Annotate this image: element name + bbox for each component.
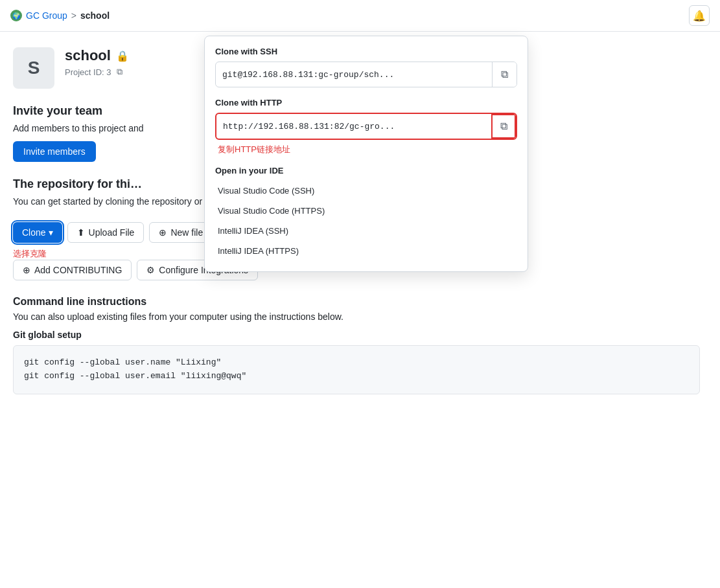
clone-http-section: Clone with HTTP ⧉ 复制HTTP链接地址 bbox=[215, 98, 517, 155]
http-url-row: ⧉ bbox=[215, 113, 517, 140]
open-ide-section: Open in your IDE Visual Studio Code (SSH… bbox=[215, 166, 517, 261]
clone-ssh-section: Clone with SSH ⧉ bbox=[215, 47, 517, 87]
code-line-1: git config --global user.name "Liixing" bbox=[24, 356, 689, 370]
copy-http-annotation: 复制HTTP链接地址 bbox=[218, 144, 517, 155]
breadcrumb-group[interactable]: GC Group bbox=[26, 10, 67, 21]
new-file-button[interactable]: ⊕ New file bbox=[149, 222, 213, 243]
ide-option-intellij-https[interactable]: IntelliJ IDEA (HTTPS) bbox=[215, 241, 517, 261]
ssh-url-row: ⧉ bbox=[215, 62, 517, 87]
breadcrumb-project: school bbox=[80, 10, 110, 21]
configure-icon: ⚙ bbox=[146, 265, 155, 275]
ssh-title: Clone with SSH bbox=[215, 47, 517, 56]
ssh-copy-button[interactable]: ⧉ bbox=[492, 62, 517, 87]
ide-option-vscode-https[interactable]: Visual Studio Code (HTTPS) bbox=[215, 201, 517, 221]
add-contributing-button[interactable]: ⊕ Add CONTRIBUTING bbox=[13, 260, 132, 280]
clone-label: Clone bbox=[22, 227, 46, 238]
code-line-2: git config --global user.email "liixing@… bbox=[24, 370, 689, 383]
open-ide-title: Open in your IDE bbox=[215, 166, 517, 175]
breadcrumb-separator: > bbox=[71, 10, 76, 21]
ide-option-intellij-ssh[interactable]: IntelliJ IDEA (SSH) bbox=[215, 221, 517, 241]
notification-bell-button[interactable]: 🔔 bbox=[689, 5, 710, 26]
clone-button[interactable]: Clone ▾ bbox=[13, 222, 62, 243]
breadcrumb-bar: 🌍 GC Group > school 🔔 bbox=[0, 0, 720, 32]
copy-project-id-icon[interactable]: ⧉ bbox=[117, 67, 122, 77]
ide-option-vscode-ssh[interactable]: Visual Studio Code (SSH) bbox=[215, 181, 517, 201]
cmd-title: Command line instructions bbox=[13, 296, 700, 308]
upload-file-button[interactable]: ⬆ Upload File bbox=[67, 222, 145, 243]
clone-chevron-icon: ▾ bbox=[49, 227, 53, 238]
clone-popup: Clone with SSH ⧉ Clone with HTTP ⧉ 复制HTT… bbox=[204, 36, 528, 272]
lock-icon: 🔒 bbox=[116, 50, 129, 62]
add-contributing-icon: ⊕ bbox=[23, 265, 30, 275]
group-icon: 🌍 bbox=[10, 10, 22, 21]
invite-members-button[interactable]: Invite members bbox=[13, 141, 96, 162]
http-copy-button[interactable]: ⧉ bbox=[491, 114, 516, 139]
http-title: Clone with HTTP bbox=[215, 98, 517, 107]
http-url-input[interactable] bbox=[216, 117, 491, 137]
cmd-section: Command line instructions You can also u… bbox=[13, 296, 700, 394]
cmd-description: You can also upload existing files from … bbox=[13, 311, 700, 322]
project-title: school 🔒 bbox=[65, 47, 129, 64]
git-setup-title: Git global setup bbox=[13, 330, 700, 340]
project-meta: Project ID: 3 ⧉ bbox=[65, 67, 129, 77]
git-setup-code: git config --global user.name "Liixing" … bbox=[13, 345, 700, 394]
new-file-icon: ⊕ bbox=[159, 227, 167, 238]
project-avatar: S bbox=[13, 47, 54, 89]
upload-icon: ⬆ bbox=[77, 227, 85, 238]
ssh-url-input[interactable] bbox=[216, 65, 492, 85]
